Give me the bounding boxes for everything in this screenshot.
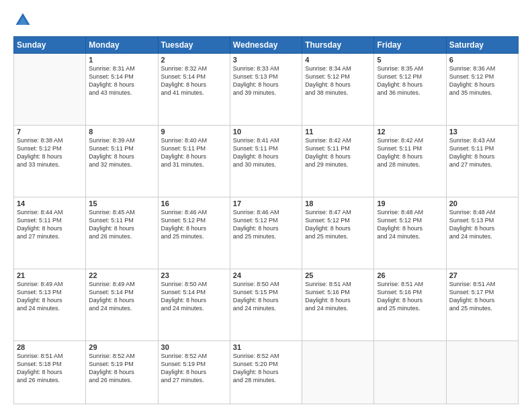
day-number: 7 [17, 128, 83, 136]
cell-content: Sunrise: 8:42 AM Sunset: 5:11 PM Dayligh… [377, 136, 443, 169]
cell-content: Sunrise: 8:50 AM Sunset: 5:15 PM Dayligh… [233, 280, 299, 313]
week-row-3: 14Sunrise: 8:44 AM Sunset: 5:11 PM Dayli… [14, 197, 519, 269]
day-number: 29 [89, 343, 154, 351]
day-number: 16 [161, 199, 227, 208]
cell-content: Sunrise: 8:48 AM Sunset: 5:12 PM Dayligh… [377, 208, 443, 241]
cell-content: Sunrise: 8:36 AM Sunset: 5:12 PM Dayligh… [449, 64, 515, 97]
calendar-cell: 21Sunrise: 8:49 AM Sunset: 5:13 PM Dayli… [14, 269, 86, 341]
day-number: 20 [449, 199, 515, 208]
calendar-cell [446, 341, 518, 404]
cell-content: Sunrise: 8:41 AM Sunset: 5:11 PM Dayligh… [233, 136, 299, 169]
page: SundayMondayTuesdayWednesdayThursdayFrid… [0, 0, 532, 411]
cell-content: Sunrise: 8:34 AM Sunset: 5:12 PM Dayligh… [305, 64, 371, 97]
weekday-header-sunday: Sunday [14, 37, 86, 54]
cell-content: Sunrise: 8:42 AM Sunset: 5:11 PM Dayligh… [305, 136, 371, 169]
cell-content: Sunrise: 8:46 AM Sunset: 5:12 PM Dayligh… [161, 208, 227, 241]
week-row-1: 1Sunrise: 8:31 AM Sunset: 5:14 PM Daylig… [14, 54, 519, 126]
day-number: 11 [305, 128, 371, 136]
cell-content: Sunrise: 8:45 AM Sunset: 5:11 PM Dayligh… [89, 208, 154, 241]
week-row-2: 7Sunrise: 8:38 AM Sunset: 5:12 PM Daylig… [14, 126, 519, 197]
day-number: 9 [161, 128, 227, 136]
cell-content: Sunrise: 8:40 AM Sunset: 5:11 PM Dayligh… [161, 136, 227, 169]
calendar-cell: 16Sunrise: 8:46 AM Sunset: 5:12 PM Dayli… [158, 197, 230, 269]
cell-content: Sunrise: 8:52 AM Sunset: 5:20 PM Dayligh… [233, 352, 299, 385]
cell-content: Sunrise: 8:39 AM Sunset: 5:11 PM Dayligh… [89, 136, 154, 169]
calendar-cell: 17Sunrise: 8:46 AM Sunset: 5:12 PM Dayli… [230, 197, 302, 269]
day-number: 8 [89, 128, 154, 136]
cell-content: Sunrise: 8:51 AM Sunset: 5:18 PM Dayligh… [17, 352, 83, 385]
calendar-cell: 5Sunrise: 8:35 AM Sunset: 5:12 PM Daylig… [374, 54, 446, 126]
calendar-cell: 23Sunrise: 8:50 AM Sunset: 5:14 PM Dayli… [158, 269, 230, 341]
calendar-cell: 13Sunrise: 8:43 AM Sunset: 5:11 PM Dayli… [446, 126, 518, 197]
calendar-cell [302, 341, 374, 404]
cell-content: Sunrise: 8:49 AM Sunset: 5:14 PM Dayligh… [89, 280, 154, 313]
day-number: 31 [233, 343, 299, 351]
day-number: 14 [17, 199, 83, 208]
weekday-header-friday: Friday [374, 37, 446, 54]
cell-content: Sunrise: 8:50 AM Sunset: 5:14 PM Dayligh… [161, 280, 227, 313]
calendar-cell: 28Sunrise: 8:51 AM Sunset: 5:18 PM Dayli… [14, 341, 86, 404]
calendar-table: SundayMondayTuesdayWednesdayThursdayFrid… [13, 36, 519, 404]
calendar-cell [374, 341, 446, 404]
week-row-4: 21Sunrise: 8:49 AM Sunset: 5:13 PM Dayli… [14, 269, 519, 341]
day-number: 23 [161, 271, 227, 279]
calendar-cell: 26Sunrise: 8:51 AM Sunset: 5:16 PM Dayli… [374, 269, 446, 341]
calendar-cell: 7Sunrise: 8:38 AM Sunset: 5:12 PM Daylig… [14, 126, 86, 197]
calendar-cell: 20Sunrise: 8:48 AM Sunset: 5:13 PM Dayli… [446, 197, 518, 269]
calendar-cell: 25Sunrise: 8:51 AM Sunset: 5:16 PM Dayli… [302, 269, 374, 341]
cell-content: Sunrise: 8:38 AM Sunset: 5:12 PM Dayligh… [17, 136, 83, 169]
calendar-cell: 14Sunrise: 8:44 AM Sunset: 5:11 PM Dayli… [14, 197, 86, 269]
calendar-cell: 30Sunrise: 8:52 AM Sunset: 5:19 PM Dayli… [158, 341, 230, 404]
calendar-cell: 10Sunrise: 8:41 AM Sunset: 5:11 PM Dayli… [230, 126, 302, 197]
weekday-header-wednesday: Wednesday [230, 37, 302, 54]
calendar-cell: 3Sunrise: 8:33 AM Sunset: 5:13 PM Daylig… [230, 54, 302, 126]
day-number: 30 [161, 343, 227, 351]
day-number: 18 [305, 199, 371, 208]
day-number: 26 [377, 271, 443, 279]
calendar-cell: 11Sunrise: 8:42 AM Sunset: 5:11 PM Dayli… [302, 126, 374, 197]
logo [13, 11, 35, 30]
day-number: 4 [305, 56, 371, 64]
calendar-cell: 9Sunrise: 8:40 AM Sunset: 5:11 PM Daylig… [158, 126, 230, 197]
cell-content: Sunrise: 8:51 AM Sunset: 5:16 PM Dayligh… [305, 280, 371, 313]
day-number: 15 [89, 199, 154, 208]
cell-content: Sunrise: 8:49 AM Sunset: 5:13 PM Dayligh… [17, 280, 83, 313]
cell-content: Sunrise: 8:33 AM Sunset: 5:13 PM Dayligh… [233, 64, 299, 97]
day-number: 12 [377, 128, 443, 136]
cell-content: Sunrise: 8:46 AM Sunset: 5:12 PM Dayligh… [233, 208, 299, 241]
weekday-header-thursday: Thursday [302, 37, 374, 54]
day-number: 10 [233, 128, 299, 136]
calendar-cell: 31Sunrise: 8:52 AM Sunset: 5:20 PM Dayli… [230, 341, 302, 404]
calendar-cell: 8Sunrise: 8:39 AM Sunset: 5:11 PM Daylig… [86, 126, 158, 197]
day-number: 3 [233, 56, 299, 64]
cell-content: Sunrise: 8:52 AM Sunset: 5:19 PM Dayligh… [89, 352, 154, 385]
day-number: 13 [449, 128, 515, 136]
calendar-cell: 1Sunrise: 8:31 AM Sunset: 5:14 PM Daylig… [86, 54, 158, 126]
day-number: 27 [449, 271, 515, 279]
calendar-cell: 19Sunrise: 8:48 AM Sunset: 5:12 PM Dayli… [374, 197, 446, 269]
day-number: 19 [377, 199, 443, 208]
cell-content: Sunrise: 8:32 AM Sunset: 5:14 PM Dayligh… [161, 64, 227, 97]
weekday-header-monday: Monday [86, 37, 158, 54]
weekday-header-tuesday: Tuesday [158, 37, 230, 54]
day-number: 22 [89, 271, 154, 279]
weekday-header-saturday: Saturday [446, 37, 518, 54]
logo-icon [13, 11, 32, 30]
cell-content: Sunrise: 8:44 AM Sunset: 5:11 PM Dayligh… [17, 208, 83, 241]
calendar-cell: 2Sunrise: 8:32 AM Sunset: 5:14 PM Daylig… [158, 54, 230, 126]
cell-content: Sunrise: 8:43 AM Sunset: 5:11 PM Dayligh… [449, 136, 515, 169]
calendar-cell: 29Sunrise: 8:52 AM Sunset: 5:19 PM Dayli… [86, 341, 158, 404]
header [13, 11, 519, 30]
cell-content: Sunrise: 8:31 AM Sunset: 5:14 PM Dayligh… [89, 64, 154, 97]
cell-content: Sunrise: 8:51 AM Sunset: 5:16 PM Dayligh… [377, 280, 443, 313]
day-number: 5 [377, 56, 443, 64]
day-number: 28 [17, 343, 83, 351]
calendar-cell [14, 54, 86, 126]
calendar-cell: 24Sunrise: 8:50 AM Sunset: 5:15 PM Dayli… [230, 269, 302, 341]
calendar-cell: 15Sunrise: 8:45 AM Sunset: 5:11 PM Dayli… [86, 197, 158, 269]
calendar-cell: 12Sunrise: 8:42 AM Sunset: 5:11 PM Dayli… [374, 126, 446, 197]
cell-content: Sunrise: 8:51 AM Sunset: 5:17 PM Dayligh… [449, 280, 515, 313]
day-number: 1 [89, 56, 154, 64]
day-number: 24 [233, 271, 299, 279]
day-number: 6 [449, 56, 515, 64]
